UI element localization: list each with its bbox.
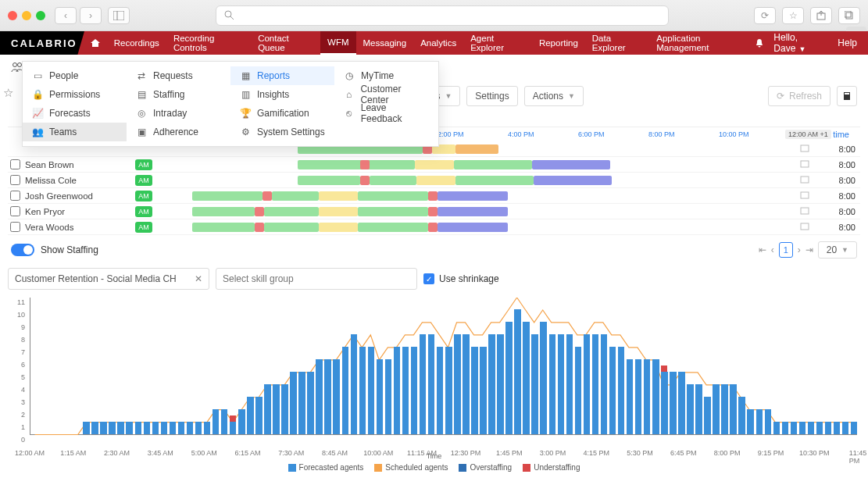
nav-wfm[interactable]: WFM [320,31,355,55]
close-window-icon[interactable] [8,11,17,20]
row-checkbox[interactable] [8,191,22,201]
forecast-bar [773,422,780,434]
show-staffing-toggle[interactable] [11,244,34,256]
forecast-bar [255,397,263,434]
page-size-selector[interactable]: 20▼ [818,241,857,259]
y-tick: 5 [21,373,25,381]
brand-logo[interactable]: CALABRIO [0,31,84,55]
forecast-bar [187,422,194,434]
nav-agent-explorer[interactable]: Agent Explorer [463,31,532,55]
url-bar[interactable] [216,5,669,26]
bookmark-button[interactable]: ☆ [782,7,804,24]
contract-time: 8:00 [816,207,860,216]
nav-reporting[interactable]: Reporting [532,31,585,55]
schedule-bar[interactable] [157,159,793,170]
schedule-bar[interactable] [157,175,793,186]
menu-item-staffing[interactable]: ▤Staffing [127,85,230,104]
user-greeting[interactable]: Hello, Dave▼ [773,32,828,54]
agent-row[interactable]: Sean BrownAM8:00 [8,157,860,173]
nav-messaging[interactable]: Messaging [356,31,414,55]
agent-row[interactable]: Josh GreenwoodAM8:00 [8,188,860,204]
row-checkbox[interactable] [8,159,22,169]
x-tick: 8:00 PM [714,449,741,457]
row-checkbox[interactable] [8,206,22,216]
bell-icon[interactable] [754,37,764,48]
forecast-bar [505,322,513,434]
menu-item-label: Adherence [153,127,198,137]
window-controls[interactable] [8,11,45,20]
menu-item-people[interactable]: ▭People [23,66,127,85]
note-icon[interactable] [793,223,816,232]
actions-button[interactable]: Actions▼ [524,86,584,106]
forecast-bar [351,334,358,434]
help-link[interactable]: Help [838,37,857,48]
minimize-window-icon[interactable] [22,11,31,20]
export-button[interactable] [837,86,857,106]
note-icon[interactable] [793,160,816,169]
pager-page[interactable]: 1 [779,242,793,258]
menu-item-insights[interactable]: ▥Insights [230,85,334,104]
home-button[interactable] [84,37,107,48]
pager-first-button[interactable]: ⇤ [759,244,766,255]
settings-button[interactable]: Settings [466,86,517,106]
note-icon[interactable] [793,207,816,216]
tabs-button[interactable] [838,7,860,24]
menu-item-intraday[interactable]: ◎Intraday [127,104,230,123]
forward-button[interactable]: › [80,7,102,24]
nav-recording-controls[interactable]: Recording Controls [166,31,251,55]
use-shrinkage-checkbox[interactable]: ✓ Use shrinkage [423,273,499,284]
skill-chip[interactable]: Customer Retention - Social Media CH ✕ [8,268,209,290]
agent-name: Sean Brown [22,160,135,169]
menu-item-teams[interactable]: 👥Teams [23,123,127,141]
menu-item-forecasts[interactable]: 📈Forecasts [23,104,127,123]
maximize-window-icon[interactable] [36,11,45,20]
note-icon[interactable] [793,176,816,185]
menu-item-leave-feedback[interactable]: ⎋Leave Feedback [334,104,438,123]
forecast-bar [825,422,832,434]
nav-analytics[interactable]: Analytics [413,31,463,55]
sidebar-toggle-button[interactable] [108,7,130,24]
pager-last-button[interactable]: ⇥ [805,244,813,255]
menu-item-adherence[interactable]: ▣Adherence [127,123,230,141]
menu-item-reports[interactable]: ▦Reports [230,66,334,85]
agent-row[interactable]: Melissa ColeAM8:00 [8,173,860,188]
skill-group-input[interactable] [216,268,417,290]
menu-item-requests[interactable]: ⇄Requests [127,66,230,85]
schedule-bar[interactable] [157,206,793,217]
forecast-bar [523,322,530,434]
share-button[interactable] [810,7,832,24]
row-checkbox[interactable] [8,175,22,185]
nav-data-explorer[interactable]: Data Explorer [585,31,649,55]
nav-recordings[interactable]: Recordings [107,31,166,55]
x-tick: 6:45 PM [670,449,697,457]
schedule-bar[interactable] [157,191,793,201]
menu-item-system-settings[interactable]: ⚙System Settings [230,123,334,141]
menu-item-customer-center[interactable]: ⌂Customer Center [334,85,438,104]
menu-item-label: Insights [257,89,289,100]
forecast-bar [791,422,798,434]
menu-item-label: Gamification [257,108,309,119]
pager-prev-button[interactable]: ‹ [771,244,774,255]
actions-label: Actions [533,91,563,102]
staffing-toggle-row: Show Staffing ⇤ ‹ 1 › ⇥ 20▼ [8,235,860,265]
menu-item-permissions[interactable]: 🔒Permissions [23,85,127,104]
pager-next-button[interactable]: › [798,244,801,255]
row-checkbox[interactable] [8,222,22,232]
forecast-bar [816,422,823,434]
refresh-button[interactable]: ⟳ Refresh [768,86,830,106]
nav-contact-queue[interactable]: Contact Queue [251,31,320,55]
favorite-button[interactable]: ☆ [3,86,13,99]
nav-application-management[interactable]: Application Management [649,31,754,55]
menu-item-label: MyTime [361,70,394,81]
agent-row[interactable]: Ken PryorAM8:00 [8,204,860,219]
menu-item-mytime[interactable]: ◷MyTime [334,66,438,85]
reload-button[interactable]: ⟳ [754,7,776,24]
back-button[interactable]: ‹ [55,7,77,24]
forecast-bar [756,409,763,434]
schedule-bar[interactable] [157,222,793,233]
note-icon[interactable] [793,191,816,201]
remove-skill-icon[interactable]: ✕ [195,273,202,284]
agent-row[interactable]: Vera WoodsAM8:00 [8,219,860,235]
menu-item-gamification[interactable]: 🏆Gamification [230,104,334,123]
forecast-bar [324,359,331,434]
